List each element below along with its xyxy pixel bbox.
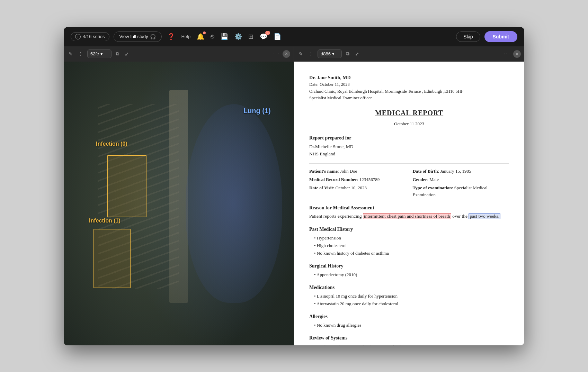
exam-type-row: Type of examination: Specialist Medical … [413,184,509,198]
dov-label: Date of Visit [309,185,333,190]
dov-value: October 10, 2023 [335,185,367,190]
chat-icon[interactable]: 💬 1 [260,33,267,40]
patient-name-row: Patient's name: John Doe [309,168,406,175]
medications-title: Medications [309,284,509,291]
left-panel-selector[interactable]: 62fc ▾ [87,49,112,58]
dob-label: Date of Birth [413,169,438,174]
list-item: No known drug allergies [314,322,509,329]
right-panel: ✎ ⋮ d886 ▾ ⧉ ⤢ ··· ✕ Dr. Jane Smith, MD [294,46,524,345]
review-list: Cardiovascular: Positive for chest pain … [309,343,509,345]
view-full-study-label: View full study [119,34,148,39]
doc-address: Orchard Clinic, Royal Edinburgh Hospital… [309,88,509,95]
surgical-list: Appendectomy (2010) [309,271,509,278]
skip-label: Skip [463,34,473,39]
doc-title: MEDICAL REPORT [309,108,509,118]
infection-box-upper [107,155,146,217]
close-right-panel[interactable]: ✕ [513,50,521,58]
right-toolbar: ✎ ⋮ d886 ▾ ⧉ ⤢ ··· ✕ [294,46,524,62]
expand-icon[interactable]: ⤢ [123,50,130,58]
skip-button[interactable]: Skip [456,31,480,42]
xray-lung-highlight [186,104,282,303]
divider-1 [309,163,509,164]
allergies-title: Allergies [309,313,509,320]
patient-name-label: Patient's name [309,169,338,174]
mrn-value: 123456789 [359,177,380,182]
past-history-title: Past Medical History [309,226,509,233]
infection-box-lower [93,229,130,288]
left-panel: ✎ ⋮ 62fc ▾ ⧉ ⤢ ··· ✕ Lung (1) [64,46,294,345]
left-selector-value: 62fc [90,51,99,56]
list-item: Atorvastatin 20 mg once daily for choles… [314,300,509,307]
exam-type-label: Type of examination [413,185,452,190]
doc-role: Specialist Medical Examiner officer [309,95,509,101]
list-item: Appendectomy (2010) [314,271,509,278]
document-icon[interactable]: 📄 [274,33,281,40]
list-item: Lisinopril 10 mg once daily for hyperten… [314,293,509,300]
edit-icon-right[interactable]: ✎ [297,50,304,58]
list-item: Cardiovascular: Positive for chest pain … [314,343,509,345]
more-icon-left[interactable]: ⋮ [77,50,84,58]
outer-container: i 4/16 series View full study 🎧 ❓ Help 🔔… [0,0,588,372]
document-container[interactable]: Dr. Jane Smith, MD Date: October 11, 202… [294,62,524,345]
bell-badge [203,31,206,34]
prepared-for-section: Report prepared for Dr.Michelle Stone, M… [309,134,509,158]
reason-section: Reason for Medical Assessment Patient re… [309,204,509,220]
settings-icon[interactable]: ⚙️ [234,33,242,40]
topbar-icons: ❓ Help 🔔 ⎋ 💾 ⚙️ ⊞ 💬 1 📄 [167,33,281,40]
xray-viewer[interactable]: Lung (1) Infection (0) Infection (1) [64,62,294,345]
right-panel-selector[interactable]: d886 ▾ [318,49,342,58]
allergies-list: No known drug allergies [309,322,509,329]
share-icon[interactable]: ⎋ [211,33,214,40]
dob-row: Date of Birth: January 15, 1985 [413,168,509,175]
main-content: ✎ ⋮ 62fc ▾ ⧉ ⤢ ··· ✕ Lung (1) [64,46,524,345]
edit-icon[interactable]: ✎ [67,50,74,58]
mrn-label: Medical Record Number [309,177,357,182]
infection-label-lower: Infection (1) [89,218,121,224]
list-item: Hypertension [314,235,509,242]
prepared-for-label: Report prepared for [309,134,509,142]
prepared-for-doctor: Dr.Michelle Stone, MD [309,143,509,151]
bell-icon[interactable]: 🔔 [197,33,204,40]
more-icon-right[interactable]: ⋮ [307,50,315,58]
help-group: Help [181,34,190,39]
dov-row: Date of Visit: October 10, 2023 [309,184,406,198]
close-left-panel[interactable]: ✕ [283,50,290,58]
lung-label: Lung (1) [243,107,271,115]
past-history-list: Hypertension High cholesterol No known h… [309,235,509,257]
surgical-title: Surgical History [309,262,509,270]
save-icon[interactable]: 💾 [221,33,228,40]
gender-row: Gender: Male [413,176,509,183]
copy-icon-right[interactable]: ⧉ [345,49,351,58]
info-icon: i [75,34,81,39]
reason-title: Reason for Medical Assessment [309,204,509,212]
doc-header: Dr. Jane Smith, MD Date: October 11, 202… [309,74,509,102]
more-dots-right[interactable]: ··· [504,51,510,57]
grid-icon[interactable]: ⊞ [248,33,253,40]
patient-info-grid: Patient's name: John Doe Date of Birth: … [309,168,509,199]
prepared-for-org: NHS England [309,151,509,158]
gender-value: Male [429,177,439,182]
reason-highlight-red: intermittent chest pain and shortness of… [363,213,451,219]
allergies-section: Allergies No known drug allergies [309,313,509,329]
submit-label: Submit [493,34,509,39]
patient-name-value: John Doe [340,169,357,174]
view-full-study-button[interactable]: View full study 🎧 [114,31,162,42]
surgical-section: Surgical History Appendectomy (2010) [309,262,509,278]
series-badge[interactable]: i 4/16 series [71,32,109,41]
mrn-row: Medical Record Number: 123456789 [309,176,406,183]
dob-value: January 15, 1985 [440,169,471,174]
review-title: Review of Systems [309,334,509,342]
doc-date-line: Date: October 11, 2023 [309,81,509,88]
help-icon[interactable]: ❓ [167,33,175,40]
copy-icon[interactable]: ⧉ [114,49,121,58]
gender-label: Gender [413,177,427,182]
more-dots-left[interactable]: ··· [273,51,280,57]
help-label: Help [181,34,190,39]
app-window: i 4/16 series View full study 🎧 ❓ Help 🔔… [64,27,524,345]
submit-button[interactable]: Submit [484,31,517,42]
chat-badge: 1 [265,31,270,35]
reason-text-between: over the [451,214,469,219]
past-history-section: Past Medical History Hypertension High c… [309,226,509,257]
expand-icon-right[interactable]: ⤢ [354,50,360,58]
right-selector-value: d886 [321,51,331,56]
